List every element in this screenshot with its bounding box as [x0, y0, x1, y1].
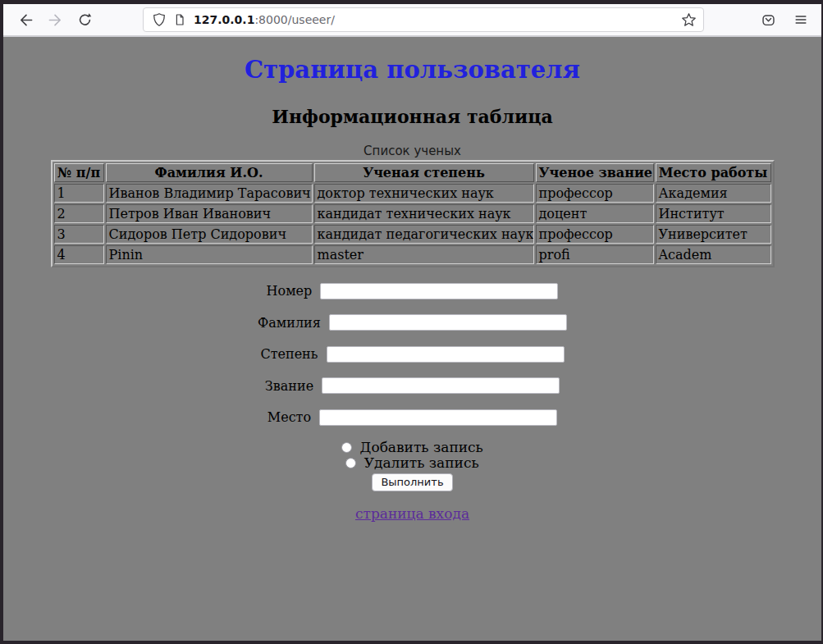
- browser-toolbar: 127.0.0.1:8000/useeer/: [3, 4, 821, 37]
- cell-surname: Pinin: [106, 245, 313, 264]
- url-text[interactable]: 127.0.0.1:8000/useeer/: [194, 13, 681, 26]
- cell-workplace: Academ: [656, 245, 771, 264]
- cell-degree: кандидат технических наук: [314, 204, 534, 223]
- add-record-radio[interactable]: [341, 442, 352, 453]
- column-header-rank: Ученое звание: [536, 163, 654, 182]
- url-bar[interactable]: 127.0.0.1:8000/useeer/: [143, 7, 704, 32]
- url-host: 127.0.0.1: [194, 13, 254, 26]
- cell-degree: кандидат педагогических наук: [314, 225, 534, 244]
- forward-button[interactable]: [43, 7, 67, 32]
- page-title: Страница пользователя: [3, 56, 821, 84]
- cell-number: 2: [54, 204, 104, 223]
- degree-field-label: Степень: [260, 346, 318, 362]
- browser-window: 127.0.0.1:8000/useeer/: [3, 4, 821, 641]
- shield-icon[interactable]: [152, 12, 167, 27]
- number-field-label: Номер: [267, 283, 313, 299]
- bookmark-star-icon[interactable]: [681, 12, 697, 28]
- cell-surname: Петров Иван Иванович: [106, 204, 313, 223]
- place-field-label: Место: [267, 409, 311, 425]
- cell-rank: профессор: [536, 184, 654, 203]
- table-caption: Список ученых: [3, 144, 821, 158]
- back-button[interactable]: [13, 7, 38, 32]
- form-row-surname: Фамилия: [3, 314, 821, 331]
- menu-button[interactable]: [789, 7, 813, 32]
- place-field-input[interactable]: [319, 409, 557, 426]
- table-header-row: № п/п Фамилия И.О. Ученая степень Ученое…: [54, 163, 771, 182]
- login-page-link[interactable]: страница входа: [355, 505, 469, 522]
- surname-field-label: Фамилия: [258, 315, 321, 331]
- column-header-surname: Фамилия И.О.: [106, 163, 313, 182]
- form-row-rank: Звание: [3, 377, 821, 395]
- cell-rank: profi: [536, 245, 654, 264]
- table-row: 2 Петров Иван Иванович кандидат техничес…: [54, 204, 771, 223]
- cell-workplace: Академия: [656, 184, 771, 203]
- button-row: Выполнить: [3, 473, 821, 491]
- page-subtitle: Информационная таблица: [3, 106, 821, 127]
- column-header-degree: Ученая степень: [314, 163, 534, 182]
- table-row: 1 Иванов Владимир Тарасович доктор техни…: [54, 184, 771, 203]
- page-viewport: Страница пользователя Информационная таб…: [3, 37, 821, 641]
- form-row-place: Место: [3, 409, 821, 426]
- cell-workplace: Университет: [656, 225, 771, 244]
- cell-number: 4: [54, 245, 104, 264]
- degree-field-input[interactable]: [327, 346, 565, 363]
- radio-row-add: Добавить запись: [3, 440, 821, 455]
- scientists-table: № п/п Фамилия И.О. Ученая степень Ученое…: [51, 160, 775, 267]
- menu-icon: [793, 12, 808, 27]
- pocket-button[interactable]: [756, 7, 780, 32]
- cell-surname: Сидоров Петр Сидорович: [106, 225, 313, 244]
- forward-icon: [48, 12, 63, 28]
- cell-workplace: Институт: [656, 204, 771, 223]
- delete-record-radio[interactable]: [345, 458, 356, 468]
- radio-row-delete: Удалить запись: [3, 455, 821, 471]
- table-row: 3 Сидоров Петр Сидорович кандидат педаго…: [54, 225, 771, 244]
- form-row-degree: Степень: [3, 345, 821, 363]
- surname-field-input[interactable]: [329, 314, 567, 331]
- back-icon: [18, 12, 34, 28]
- cell-surname: Иванов Владимир Тарасович: [106, 184, 313, 203]
- cell-degree: master: [314, 245, 534, 264]
- cell-number: 3: [54, 225, 104, 244]
- table-row: 4 Pinin master profi Academ: [54, 245, 771, 264]
- reload-icon: [77, 12, 93, 28]
- rank-field-input[interactable]: [322, 377, 560, 394]
- action-radio-group: Добавить запись Удалить запись: [3, 440, 821, 471]
- number-field-input[interactable]: [320, 283, 558, 299]
- cell-rank: доцент: [536, 204, 654, 223]
- column-header-workplace: Место работы: [656, 163, 771, 182]
- add-record-label: Добавить запись: [360, 439, 483, 455]
- form-row-number: Номер: [3, 282, 821, 299]
- column-header-number: № п/п: [54, 163, 104, 182]
- link-row: страница входа: [3, 505, 821, 522]
- pocket-icon: [761, 12, 776, 28]
- reload-button[interactable]: [72, 7, 97, 32]
- delete-record-label: Удалить запись: [364, 454, 479, 471]
- cell-number: 1: [54, 184, 104, 203]
- url-path: :8000/useeer/: [254, 13, 335, 26]
- rank-field-label: Звание: [265, 378, 313, 394]
- cell-degree: доктор технических наук: [314, 184, 534, 203]
- cell-rank: профессор: [536, 225, 654, 244]
- page-icon[interactable]: [173, 13, 186, 26]
- execute-button[interactable]: Выполнить: [372, 473, 452, 491]
